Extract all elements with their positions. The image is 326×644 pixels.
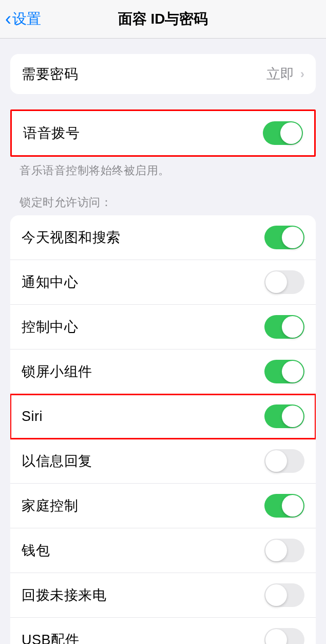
back-label: 设置: [12, 9, 41, 29]
lock-access-label: 回拨未接来电: [22, 586, 106, 604]
require-passcode-label: 需要密码: [22, 65, 78, 83]
lock-access-header: 锁定时允许访问：: [0, 178, 326, 215]
lock-access-toggle[interactable]: [264, 360, 304, 383]
require-passcode-row[interactable]: 需要密码 立即 ›: [10, 54, 316, 94]
lock-access-label: 控制中心: [22, 318, 78, 336]
lock-access-toggle[interactable]: [264, 539, 304, 562]
lock-access-row: 钱包: [10, 528, 316, 573]
voice-dial-toggle[interactable]: [263, 121, 303, 145]
lock-access-row: 通知中心: [10, 260, 316, 305]
page-title: 面容 ID与密码: [118, 9, 208, 29]
lock-access-row: 家庭控制: [10, 484, 316, 528]
lock-access-toggle[interactable]: [264, 583, 304, 607]
lock-access-section: 今天视图和搜索通知中心控制中心锁屏小组件Siri以信息回复家庭控制钱包回拨未接来…: [10, 215, 316, 644]
lock-access-toggle[interactable]: [264, 494, 304, 518]
chevron-left-icon: ‹: [5, 10, 11, 28]
lock-access-row: 控制中心: [10, 305, 316, 349]
lock-access-row: 今天视图和搜索: [10, 215, 316, 260]
lock-access-label: 锁屏小组件: [22, 362, 92, 381]
lock-access-label: 家庭控制: [22, 496, 78, 515]
back-button[interactable]: ‹ 设置: [0, 9, 41, 29]
lock-access-row: 回拨未接来电: [10, 573, 316, 618]
lock-access-toggle[interactable]: [264, 226, 304, 249]
lock-access-label: USB配件: [22, 631, 79, 644]
navigation-bar: ‹ 设置 面容 ID与密码: [0, 0, 326, 39]
lock-access-label: 今天视图和搜索: [22, 228, 121, 247]
voice-dial-label: 语音拨号: [23, 124, 80, 142]
require-passcode-value: 立即: [266, 65, 294, 83]
lock-access-toggle[interactable]: [264, 449, 304, 473]
voice-dial-section: 语音拨号: [10, 109, 316, 157]
voice-dial-row: 语音拨号: [12, 111, 314, 155]
lock-access-row: USB配件: [10, 618, 316, 644]
lock-access-label: 以信息回复: [22, 452, 92, 470]
lock-access-label: Siri: [22, 409, 43, 425]
lock-access-row: 锁屏小组件: [10, 349, 316, 394]
lock-access-row: 以信息回复: [10, 439, 316, 484]
lock-access-row: Siri: [10, 394, 316, 439]
lock-access-toggle[interactable]: [264, 404, 304, 428]
lock-access-label: 钱包: [22, 541, 50, 560]
lock-access-toggle[interactable]: [264, 315, 304, 339]
lock-access-label: 通知中心: [22, 273, 78, 291]
lock-access-toggle[interactable]: [264, 270, 304, 294]
passcode-section: 需要密码 立即 ›: [10, 54, 316, 94]
voice-dial-caption: 音乐语音控制将始终被启用。: [0, 157, 326, 178]
lock-access-toggle[interactable]: [264, 628, 304, 644]
chevron-right-icon: ›: [300, 67, 304, 81]
